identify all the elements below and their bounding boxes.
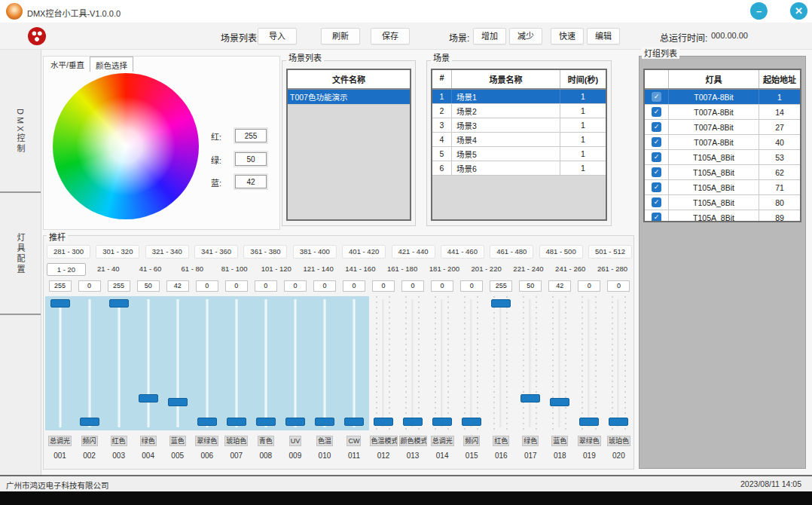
tab-color-select[interactable]: 颜色选择	[90, 57, 133, 72]
range-tab-261-280[interactable]: 261 - 280	[593, 263, 632, 276]
slider-handle[interactable]	[609, 418, 628, 426]
fixture-row[interactable]: ✓T105A_8Bit62	[645, 165, 800, 180]
scene-button-2[interactable]: 减少	[509, 28, 542, 44]
scene-button-4[interactable]: 编辑	[587, 28, 620, 44]
range-tab-501-512[interactable]: 501 - 512	[588, 245, 632, 259]
scene-list-button-3[interactable]: 保存	[371, 28, 410, 44]
fixture-row[interactable]: ✓T105A_8Bit53	[645, 150, 800, 165]
range-tab-401-420[interactable]: 401 - 420	[342, 245, 386, 259]
color-wheel[interactable]	[53, 73, 199, 219]
channel-value[interactable]: 255	[490, 280, 512, 292]
slider-handle[interactable]	[491, 299, 511, 308]
channel-value[interactable]: 0	[313, 280, 336, 292]
slider-handle[interactable]	[520, 394, 540, 402]
fixture-row[interactable]: ✓T007A-8Bit1	[645, 90, 800, 105]
channel-value[interactable]: 0	[431, 280, 453, 292]
slider-handle[interactable]	[256, 418, 276, 426]
fixture-checkbox[interactable]: ✓	[652, 167, 661, 177]
range-tab-161-180[interactable]: 161 - 180	[383, 263, 422, 276]
fixture-checkbox[interactable]: ✓	[652, 213, 661, 222]
range-tab-221-240[interactable]: 221 - 240	[508, 263, 548, 276]
sidebar-tab-dmx-control[interactable]: DMX控制	[0, 72, 41, 193]
channel-value[interactable]: 0	[607, 280, 630, 292]
fixture-checkbox[interactable]: ✓	[652, 137, 661, 147]
slider-handle[interactable]	[109, 299, 129, 308]
rgb-value-input[interactable]: 255	[235, 129, 267, 142]
slider-handle[interactable]	[315, 418, 334, 426]
range-tab-301-320[interactable]: 301 - 320	[96, 245, 139, 259]
range-tab-41-60[interactable]: 41 - 60	[131, 263, 170, 276]
range-tab-421-440[interactable]: 421 - 440	[392, 245, 435, 259]
fixture-row[interactable]: ✓T105A_8Bit71	[645, 180, 800, 195]
fixture-row[interactable]: ✓T007A-8Bit14	[645, 105, 800, 120]
minimize-button[interactable]: –	[750, 2, 768, 20]
close-button[interactable]: ✕	[790, 2, 807, 20]
range-tab-201-220[interactable]: 201 - 220	[467, 263, 506, 276]
channel-value[interactable]: 0	[78, 280, 101, 292]
channel-value[interactable]: 42	[548, 280, 571, 292]
channel-value[interactable]: 255	[108, 280, 130, 292]
slider-handle[interactable]	[50, 299, 70, 308]
fixture-checkbox[interactable]: ✓	[652, 182, 661, 192]
fixture-checkbox[interactable]: ✓	[652, 197, 661, 207]
rgb-value-input[interactable]: 50	[235, 152, 267, 166]
channel-value[interactable]: 0	[578, 280, 600, 292]
range-tab-441-460[interactable]: 441 - 460	[441, 245, 484, 259]
sidebar-tab-fixture-config[interactable]: 灯具配置	[0, 194, 41, 315]
range-tab-361-380[interactable]: 361 - 380	[243, 245, 287, 259]
scene-list-button-1[interactable]: 导入	[258, 28, 297, 44]
range-tab-61-80[interactable]: 61 - 80	[172, 263, 212, 276]
channel-value[interactable]: 0	[460, 280, 483, 292]
slider-handle[interactable]	[579, 418, 599, 426]
range-tab-341-360[interactable]: 341 - 360	[194, 245, 238, 259]
scene-row[interactable]: 6场景61	[432, 161, 606, 176]
range-tab-1-20[interactable]: 1 - 20	[47, 263, 86, 276]
scene-button-3[interactable]: 快速	[551, 28, 584, 44]
slider-handle[interactable]	[168, 398, 188, 406]
range-tab-481-500[interactable]: 481 - 500	[539, 245, 583, 259]
range-tab-461-480[interactable]: 461 - 480	[490, 245, 533, 259]
slider-handle[interactable]	[462, 418, 481, 426]
slider-handle[interactable]	[227, 418, 246, 426]
channel-value[interactable]: 50	[137, 280, 160, 292]
fixture-checkbox[interactable]: ✓	[652, 122, 661, 132]
channel-value[interactable]: 0	[401, 280, 424, 292]
range-tab-81-100[interactable]: 81 - 100	[215, 263, 254, 276]
channel-value[interactable]: 0	[284, 280, 307, 292]
range-tab-281-300[interactable]: 281 - 300	[47, 245, 90, 259]
scene-row[interactable]: 4场景41	[432, 133, 606, 147]
slider-handle[interactable]	[344, 418, 364, 426]
range-tab-241-260[interactable]: 241 - 260	[551, 263, 590, 276]
range-tab-141-160[interactable]: 141 - 160	[340, 263, 380, 276]
scene-list-button-2[interactable]: 刷新	[321, 28, 360, 44]
channel-value[interactable]: 0	[196, 280, 218, 292]
range-tab-381-400[interactable]: 381 - 400	[293, 245, 337, 259]
channel-value[interactable]: 0	[255, 280, 277, 292]
channel-value[interactable]: 0	[225, 280, 248, 292]
slider-handle[interactable]	[374, 418, 393, 426]
range-tab-181-200[interactable]: 181 - 200	[425, 263, 464, 276]
slider-handle[interactable]	[197, 418, 217, 426]
tab-horizontal-vertical[interactable]: 水平/垂直	[45, 57, 90, 72]
scene-row[interactable]: 3场景31	[432, 118, 606, 133]
slider-handle[interactable]	[139, 394, 158, 402]
scene-row[interactable]: 1场景11	[432, 90, 606, 104]
scene-button-1[interactable]: 增加	[473, 28, 506, 44]
fixture-row[interactable]: ✓T007A-8Bit27	[645, 120, 800, 135]
scene-row[interactable]: 2场景21	[432, 104, 606, 118]
range-tab-21-40[interactable]: 21 - 40	[89, 263, 128, 276]
fixture-checkbox[interactable]: ✓	[652, 152, 661, 162]
scene-file-row[interactable]: T007色功能演示	[288, 90, 410, 105]
slider-handle[interactable]	[432, 418, 452, 426]
slider-handle[interactable]	[80, 418, 99, 426]
channel-value[interactable]: 255	[49, 280, 72, 292]
range-tab-101-120[interactable]: 101 - 120	[257, 263, 296, 276]
channel-value[interactable]: 50	[519, 280, 542, 292]
fixture-row[interactable]: ✓T105A_8Bit80	[645, 195, 800, 210]
channel-value[interactable]: 0	[372, 280, 395, 292]
range-tab-121-140[interactable]: 121 - 140	[299, 263, 338, 276]
range-tab-321-340[interactable]: 321 - 340	[145, 245, 189, 259]
channel-value[interactable]: 0	[343, 280, 365, 292]
slider-handle[interactable]	[285, 418, 305, 426]
fixture-checkbox[interactable]: ✓	[652, 92, 661, 102]
